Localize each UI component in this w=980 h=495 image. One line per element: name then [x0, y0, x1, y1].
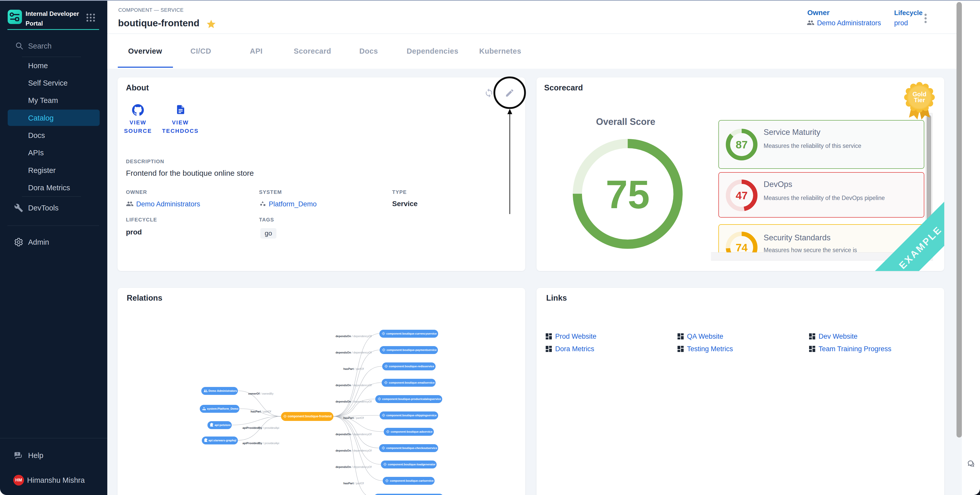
svg-text:component:boutique-redisservic: component:boutique-redisservice [389, 365, 434, 368]
svg-text:api:petstore: api:petstore [215, 423, 231, 427]
svg-text:component:boutique-currencyser: component:boutique-currencyservice [386, 332, 437, 335]
svg-text:Demo Administrators: Demo Administrators [208, 389, 237, 392]
svg-text:dependsOn / dependencyOf: dependsOn / dependencyOf [336, 351, 372, 354]
svg-text:?: ? [16, 452, 18, 456]
svg-text:hasPart / partOf: hasPart / partOf [344, 416, 364, 419]
svg-text:74: 74 [736, 242, 748, 254]
svg-text:Tier: Tier [914, 97, 925, 103]
svg-text:apiProvidedBy / providesApi: apiProvidedBy / providesApi [242, 426, 279, 429]
svg-text:apiProvidedBy / providesApi: apiProvidedBy / providesApi [242, 442, 279, 445]
svg-text:hasPart / partOf: hasPart / partOf [344, 482, 364, 485]
svg-text:dependsOn / dependencyOf: dependsOn / dependencyOf [336, 334, 372, 337]
svg-text:hasPart / partOf: hasPart / partOf [344, 367, 364, 370]
svg-text:component:boutique-emailservic: component:boutique-emailservice [389, 381, 434, 384]
svg-text:dependsOn / dependencyOf: dependsOn / dependencyOf [336, 400, 372, 403]
svg-text:system:Platform_Demo: system:Platform_Demo [207, 407, 239, 410]
svg-text:75: 75 [606, 172, 650, 216]
svg-text:component:boutique-productcata: component:boutique-productcatalogservice [382, 398, 441, 401]
svg-text:hasPart / partOf: hasPart / partOf [251, 410, 271, 413]
svg-text:component:boutique-loadgenerat: component:boutique-loadgenerator [388, 463, 436, 466]
svg-text:api:starwars-graphql: api:starwars-graphql [208, 439, 236, 442]
svg-text:component:boutique-paymentserv: component:boutique-paymentservice [387, 349, 437, 352]
svg-text:47: 47 [736, 189, 748, 202]
svg-text:ownerOf / ownedBy: ownerOf / ownedBy [248, 392, 274, 395]
svg-text:component:boutique-checkoutser: component:boutique-checkoutservice [386, 446, 437, 450]
svg-text:dependsOn / dependencyOf: dependsOn / dependencyOf [336, 433, 372, 436]
svg-text:dependsOn / dependencyOf: dependsOn / dependencyOf [336, 449, 372, 452]
svg-text:dependsOn / dependencyOf: dependsOn / dependencyOf [336, 465, 372, 468]
svg-text:component:boutique-adservice: component:boutique-adservice [391, 430, 433, 433]
svg-text:dependsOn / dependencyOf: dependsOn / dependencyOf [336, 384, 372, 387]
svg-text:component:boutique-frontend: component:boutique-frontend [288, 415, 332, 418]
svg-text:component:boutique-shippingser: component:boutique-shippingservice [386, 414, 437, 417]
svg-text:87: 87 [736, 139, 748, 151]
svg-text:component:boutique-cartservice: component:boutique-cartservice [390, 479, 434, 482]
